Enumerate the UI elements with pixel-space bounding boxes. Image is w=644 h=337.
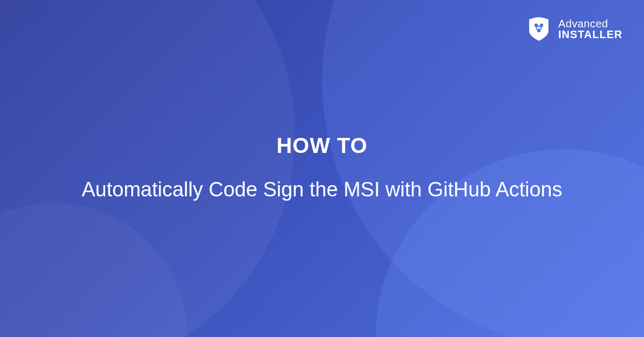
page-title: Automatically Code Sign the MSI with Git… (82, 176, 562, 203)
hero-content: HOW TO Automatically Code Sign the MSI w… (0, 0, 644, 337)
kicker-label: HOW TO (276, 134, 368, 158)
